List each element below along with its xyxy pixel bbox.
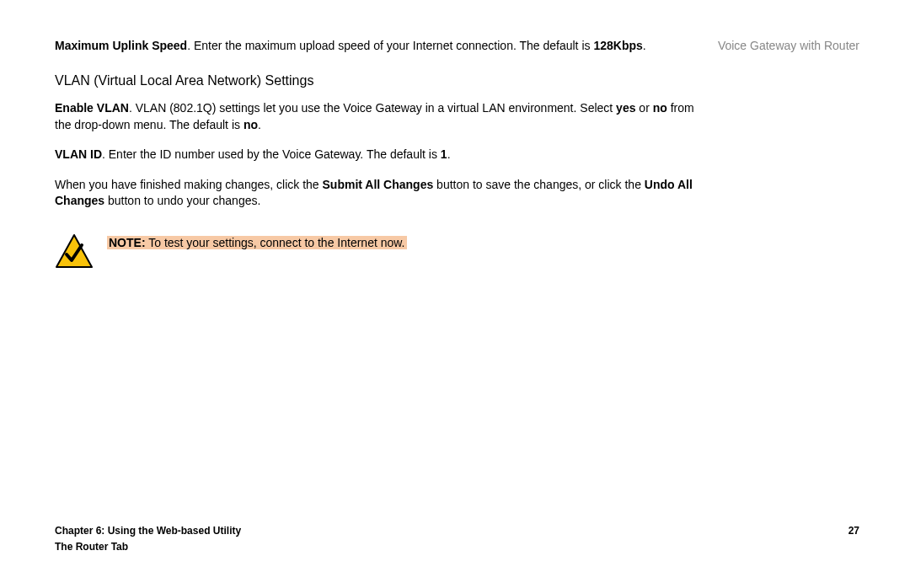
- submit-text-2: button to save the changes, or click the: [433, 178, 645, 191]
- note-label: NOTE:: [109, 236, 146, 249]
- note-highlight: NOTE: To test your settings, connect to …: [107, 236, 407, 249]
- footer-chapter: Chapter 6: Using the Web-based Utility: [55, 524, 241, 538]
- uplink-paragraph: Maximum Uplink Speed. Enter the maximum …: [55, 38, 710, 55]
- submit-paragraph: When you have finished making changes, c…: [55, 177, 710, 210]
- vlan-id-paragraph: VLAN ID. Enter the ID number used by the…: [55, 147, 710, 163]
- vlan-id-text-2: .: [447, 147, 451, 161]
- vlan-enable-default: no: [244, 118, 258, 131]
- footer-page-number: 27: [848, 524, 859, 538]
- vlan-enable-no: no: [653, 101, 667, 115]
- vlan-enable-label: Enable VLAN: [55, 101, 129, 115]
- uplink-text-1: . Enter the maximum upload speed of your…: [187, 39, 593, 52]
- uplink-label: Maximum Uplink Speed: [55, 39, 187, 52]
- vlan-enable-text-2: or: [635, 101, 652, 115]
- note-warning-check-icon: [55, 233, 94, 267]
- submit-all-button-label: Submit All Changes: [323, 178, 434, 191]
- vlan-id-default: 1: [441, 147, 447, 161]
- submit-text-3: button to undo your changes.: [104, 194, 260, 207]
- vlan-enable-yes: yes: [616, 101, 635, 115]
- vlan-enable-paragraph: Enable VLAN. VLAN (802.1Q) settings let …: [55, 100, 710, 133]
- vlan-id-text-1: . Enter the ID number used by the Voice …: [102, 147, 441, 161]
- submit-text-1: When you have finished making changes, c…: [55, 178, 323, 191]
- note-text-wrap: NOTE: To test your settings, connect to …: [107, 235, 407, 252]
- note-block: NOTE: To test your settings, connect to …: [55, 233, 710, 267]
- svg-marker-0: [56, 235, 92, 267]
- uplink-text-2: .: [643, 39, 646, 52]
- uplink-default: 128Kbps: [593, 39, 642, 52]
- document-page: Voice Gateway with Router Maximum Uplink…: [0, 0, 910, 588]
- vlan-enable-text-4: .: [258, 118, 261, 131]
- page-footer: Chapter 6: Using the Web-based Utility 2…: [55, 524, 859, 554]
- footer-section: The Router Tab: [55, 540, 859, 554]
- vlan-id-label: VLAN ID: [55, 147, 102, 161]
- note-body: To test your settings, connect to the In…: [148, 236, 404, 249]
- vlan-heading: VLAN (Virtual Local Area Network) Settin…: [55, 72, 710, 90]
- vlan-enable-text-1: . VLAN (802.1Q) settings let you use the…: [129, 101, 616, 115]
- body-area: Maximum Uplink Speed. Enter the maximum …: [55, 38, 710, 267]
- header-product-title: Voice Gateway with Router: [718, 38, 859, 55]
